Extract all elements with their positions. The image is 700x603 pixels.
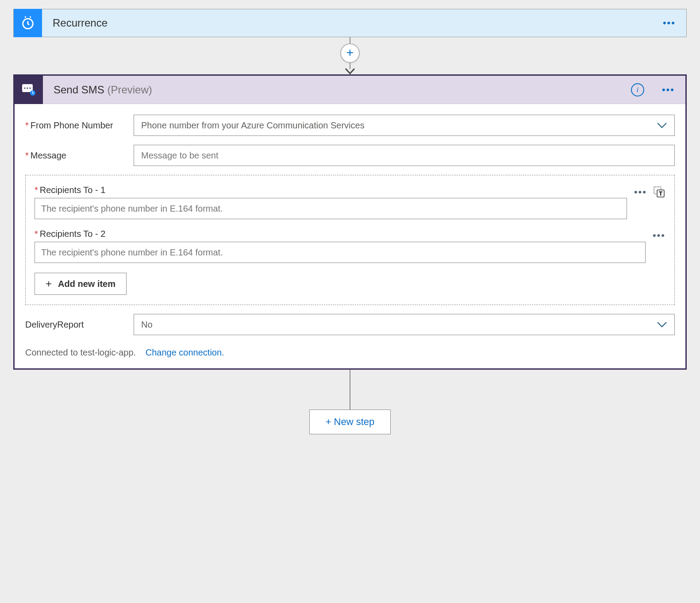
recipients-array-box: *Recipients To - 1 ••• T * [25,175,675,305]
arrow-down-icon [345,68,355,74]
recipient-input[interactable] [35,198,627,219]
svg-point-3 [27,87,28,89]
connection-info: Connected to test-logic-app. Change conn… [25,348,675,358]
send-sms-more-button[interactable]: ••• [651,84,685,96]
preview-badge: (Preview) [107,84,152,96]
chevron-down-icon [657,320,667,330]
new-step-area: + New step [13,370,687,434]
recipient-input[interactable] [35,242,646,263]
delivery-report-row: DeliveryReport No [25,314,675,335]
recurrence-icon [14,9,42,37]
send-sms-body: *From Phone Number Phone number from you… [15,104,685,368]
recipient-more-button[interactable]: ••• [653,230,665,241]
svg-point-2 [24,87,25,89]
message-input[interactable] [134,145,675,166]
from-phone-value: Phone number from your Azure Communicati… [141,120,365,131]
recipient-label: *Recipients To - 1 [35,185,627,195]
recipient-item: *Recipients To - 2 ••• [35,229,665,263]
sms-icon [15,76,43,104]
recipient-more-button[interactable]: ••• [634,186,647,198]
svg-point-4 [29,87,31,89]
plus-icon: + [346,46,354,59]
svg-text:T: T [659,191,662,196]
change-connection-link[interactable]: Change connection. [146,348,224,357]
switch-to-text-mode-icon[interactable]: T [653,186,665,198]
recurrence-more-button[interactable]: ••• [652,17,686,29]
delivery-report-label: DeliveryReport [25,320,134,330]
add-new-item-button[interactable]: + Add new item [35,273,127,295]
message-row: *Message [25,145,675,166]
delivery-report-value: No [141,320,153,330]
send-sms-title: Send SMS (Preview) [43,84,152,96]
connector: + [13,37,687,74]
recipient-label: *Recipients To - 2 [35,229,646,239]
message-label: *Message [25,151,134,161]
send-sms-step-card: Send SMS (Preview) i ••• *From Phone Num… [13,74,687,370]
connection-text: Connected to test-logic-app. [25,348,136,357]
send-sms-header[interactable]: Send SMS (Preview) i ••• [15,76,685,104]
recurrence-title: Recurrence [42,17,652,29]
recurrence-step-card[interactable]: Recurrence ••• [13,9,687,37]
from-phone-select[interactable]: Phone number from your Azure Communicati… [134,115,675,136]
add-step-between-button[interactable]: + [340,43,360,63]
chevron-down-icon [657,120,667,131]
info-icon[interactable]: i [631,83,644,97]
plus-icon: + [46,278,52,290]
from-phone-label: *From Phone Number [25,120,134,131]
new-step-button[interactable]: + New step [309,410,391,434]
from-phone-row: *From Phone Number Phone number from you… [25,115,675,136]
delivery-report-select[interactable]: No [134,314,675,335]
recipient-item: *Recipients To - 1 ••• T [35,185,665,219]
